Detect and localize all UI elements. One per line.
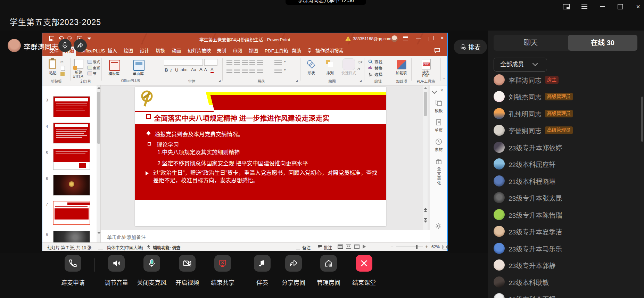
slide-canvas[interactable]: 全面落实中央八项规定精神 进一步推进作风建设走深走实 通报党员到会及本月党费交纳…	[135, 87, 386, 226]
slide-number-status[interactable]: 幻灯片 第 7 张, 共 10 张	[47, 245, 91, 250]
member-row[interactable]: 22级本科耿敏	[494, 274, 639, 290]
underline-button[interactable]: U	[175, 67, 178, 73]
display-settings-icon[interactable]	[98, 245, 103, 249]
previous-slide-icon[interactable]	[424, 208, 427, 212]
line-spacing-icon[interactable]	[257, 60, 263, 65]
format-painter-icon[interactable]	[60, 72, 65, 76]
tab-slideshow[interactable]: 幻灯片放映	[185, 47, 213, 56]
maximize-icon[interactable]	[617, 3, 624, 10]
member-row[interactable]: 23级专升本夏季洁	[494, 223, 639, 240]
slide-thumbnail-3[interactable]	[53, 97, 90, 117]
mic-request-button[interactable]: 连麦申请	[51, 255, 94, 287]
tab-record[interactable]: 录制	[215, 47, 228, 56]
justify-icon[interactable]	[249, 69, 255, 73]
account-avatar[interactable]	[391, 35, 398, 42]
zoom-in-icon[interactable]: +	[425, 244, 428, 249]
zoom-level[interactable]: 62%	[431, 245, 440, 249]
slide-thumbnail-4[interactable]	[53, 123, 90, 143]
align-center-icon[interactable]	[234, 69, 240, 73]
member-row[interactable]: 23级专升本陈怡瑞	[494, 206, 639, 223]
member-row[interactable]: 23级专升本郭静	[494, 257, 639, 273]
paste-icon[interactable]	[49, 59, 56, 69]
text-direction-chevron[interactable]: ▾	[284, 60, 286, 63]
zoom-slider-track[interactable]	[396, 247, 423, 247]
ppt-titlebar[interactable]: 学生第五党支部04月份组织生活 - PowerPoint ! 383351168…	[42, 33, 447, 44]
fit-to-window-icon[interactable]	[443, 245, 448, 249]
find-label[interactable]: 查找	[374, 59, 382, 65]
collapse-ribbon-icon[interactable]: ⌃	[443, 77, 445, 81]
strikethrough-button[interactable]: abc	[181, 67, 187, 72]
member-row[interactable]: 李群涛同志 房主	[494, 72, 639, 88]
paste-label[interactable]: 粘贴	[47, 70, 59, 75]
tab-insert[interactable]: 插入	[106, 47, 119, 56]
font-size-input[interactable]	[204, 59, 217, 66]
increase-indent-icon[interactable]	[249, 60, 255, 65]
tab-design[interactable]: 设计	[138, 47, 151, 56]
member-row[interactable]: 23级专升本郑依婷	[494, 139, 639, 156]
tab-chat[interactable]: 聊天	[494, 35, 568, 51]
zoom-slider-thumb[interactable]	[416, 245, 418, 249]
member-row[interactable]: 23级专升本张太昆	[494, 189, 639, 206]
view-slideshow-icon[interactable]	[363, 245, 368, 249]
rail-item-page[interactable]: 单页	[430, 119, 447, 133]
drawing-dialog-launcher[interactable]: ◢	[359, 79, 362, 83]
slide-scrollbar[interactable]	[423, 85, 428, 242]
quick-styles-icon[interactable]	[342, 58, 355, 70]
tell-me-search[interactable]: 操作说明搜索	[313, 47, 346, 56]
new-slide-label2[interactable]: 幻灯片	[72, 74, 85, 79]
member-row[interactable]: 李儒娴同志 高级管理员	[494, 122, 639, 139]
minimize-icon[interactable]	[599, 3, 606, 10]
close-icon[interactable]: ×	[635, 3, 642, 10]
pip-mode-icon[interactable]	[563, 3, 570, 10]
new-slide-icon[interactable]	[74, 59, 83, 69]
arrange-label[interactable]: 排列	[322, 70, 338, 75]
end-share-button[interactable]: 结束共享	[201, 255, 244, 287]
align-right-icon[interactable]	[242, 69, 248, 73]
member-row[interactable]: 刘毓杰同志 高级管理员	[494, 88, 639, 105]
addins-label[interactable]: 加载项	[393, 70, 410, 75]
align-left-icon[interactable]	[226, 69, 232, 73]
ppt-minimize-icon[interactable]	[416, 39, 421, 39]
view-normal-icon[interactable]	[338, 245, 343, 249]
tab-draw[interactable]: 绘图	[122, 47, 135, 56]
find-icon[interactable]	[368, 59, 373, 65]
ppt-close-icon[interactable]: ×	[440, 35, 444, 42]
ribbon-options-icon[interactable]	[403, 36, 408, 41]
to-pdf-label2[interactable]: PDF	[419, 74, 433, 78]
page-lib-label[interactable]: 单页库	[128, 71, 149, 76]
shape-outline-icon[interactable]: ∕▾	[358, 67, 360, 71]
tab-online[interactable]: 在线 30	[568, 35, 637, 51]
comments-toggle[interactable]: 批注	[324, 245, 332, 250]
tab-view[interactable]: 视图	[247, 47, 260, 56]
thumbnail-scrollbar[interactable]	[97, 85, 101, 242]
account-email[interactable]: 383351168@qq.com	[353, 36, 391, 41]
menu-icon[interactable]	[581, 3, 588, 10]
ppt-restore-icon[interactable]	[429, 36, 433, 41]
member-row[interactable]: 21级本科李雨桐	[494, 290, 639, 298]
shrink-font-button[interactable]: A	[204, 67, 207, 72]
italic-button[interactable]: I	[170, 67, 172, 73]
slide-thumbnail-7-selected[interactable]	[53, 201, 90, 225]
cut-icon[interactable]: ✂	[60, 60, 64, 64]
end-class-button[interactable]: 结束课堂	[342, 255, 386, 287]
language-status[interactable]: 简体中文(中国大陆)	[107, 245, 143, 250]
tab-transitions[interactable]: 切换	[154, 47, 167, 56]
member-row[interactable]: 21级本科程晓琳	[494, 173, 639, 189]
member-row[interactable]: 孔纯明同志 高级管理员	[494, 105, 639, 122]
copy-icon[interactable]	[61, 66, 65, 71]
section-label[interactable]: 节	[93, 71, 97, 76]
slide-thumbnail-6[interactable]	[53, 175, 90, 195]
notes-placeholder[interactable]: 单击此处添加备注	[107, 233, 430, 240]
notes-pane[interactable]: 单击此处添加备注	[101, 230, 430, 242]
shapes-label[interactable]: 形状	[304, 70, 319, 75]
decrease-indent-icon[interactable]	[242, 60, 248, 65]
grow-font-button[interactable]: A	[199, 67, 203, 72]
view-sorter-icon[interactable]	[346, 245, 351, 249]
slide-thumbnail-5[interactable]	[53, 149, 90, 169]
view-reading-icon[interactable]	[354, 245, 360, 249]
rail-item-assets[interactable]: 素材	[430, 138, 447, 152]
mic-queue-button[interactable]: 排麦	[454, 40, 487, 54]
font-dialog-launcher[interactable]: ◢	[218, 79, 221, 83]
columns-icon[interactable]	[257, 69, 263, 73]
member-row[interactable]: 23级专升本马乐乐	[494, 240, 639, 257]
